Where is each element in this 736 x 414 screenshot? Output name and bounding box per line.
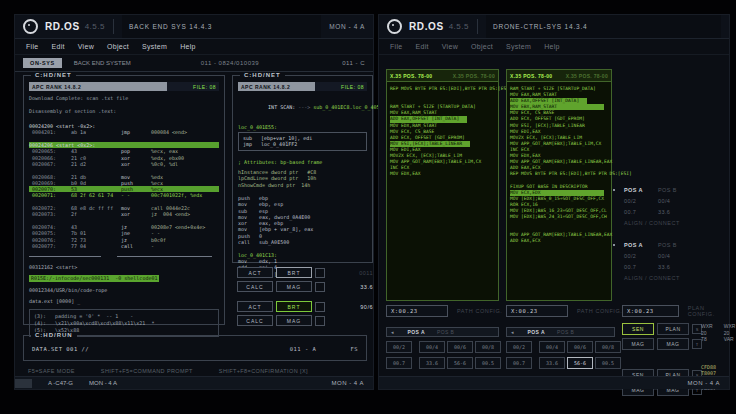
align-connect-link[interactable]: ALIGN / CONNECT	[624, 220, 724, 226]
mag-button[interactable]: MAG	[657, 338, 689, 350]
path-input[interactable]: X:00.23	[506, 305, 568, 317]
asm-opcode: call	[121, 243, 151, 249]
align-connect-link[interactable]: ALIGN / CONNECT	[624, 275, 724, 281]
value-cell[interactable]: 33.6	[539, 357, 565, 369]
checkbox[interactable]	[315, 268, 325, 278]
value-cell[interactable]: 33.6	[419, 357, 445, 369]
value-cell[interactable]: 00.5	[475, 357, 501, 369]
pos-title-dim: X.35 POS. 78-00	[566, 73, 608, 79]
plan-input[interactable]: X:00.23	[622, 305, 679, 317]
run-fs-label: FS	[350, 346, 358, 352]
menu-item[interactable]: Help	[180, 43, 196, 50]
brt-button-active[interactable]: BRT	[276, 301, 312, 312]
pos-a-value2: 00.7	[624, 264, 658, 270]
mag-button[interactable]: MAG	[622, 338, 654, 350]
value-cell[interactable]: 00/2	[386, 341, 412, 353]
control-group-2: ACT BRT 90/6 CALC MAG	[237, 301, 373, 326]
monitor-label-right: MON - 4 A	[331, 380, 364, 386]
pos-b-value: 00/4	[658, 198, 692, 204]
value-cell[interactable]: 00/6	[447, 341, 473, 353]
value-cell[interactable]: 00.5	[595, 357, 621, 369]
dataset-label[interactable]: DATA.SET 001 //	[32, 346, 89, 352]
brt-button[interactable]: BRT	[276, 267, 312, 278]
asm-row[interactable]: 0020077: 77 04 call -	[29, 243, 219, 249]
grid-row-bottom: 00.733.656-600.5	[386, 357, 499, 369]
app-brand: RD.OS	[409, 21, 444, 32]
checkbox[interactable]	[315, 282, 325, 292]
calc-button[interactable]: CALC	[237, 281, 273, 292]
code-panel-2: X.35 POS. 78-00 X.35 POS. 78-00 RAM_STAR…	[506, 69, 612, 301]
menu-item[interactable]: View	[78, 43, 94, 50]
code-body: RAM_START + SIZE [STARTUP_DATA]MOV EAX,R…	[507, 82, 611, 248]
panel-hd-net-right: C:HD/NET APC RANK 14.8.2 FILE: 08 INT SC…	[232, 75, 373, 263]
asm-operand: -	[151, 243, 219, 249]
code-panel-1: X.35 POS. 78-00 X.35 POS. 78-00 REP MOVS…	[386, 69, 499, 301]
value-cell[interactable]: 00/2	[506, 341, 532, 353]
plan-button[interactable]: PLAN	[657, 323, 689, 335]
value-cell[interactable]: 00/4	[539, 341, 565, 353]
path-input[interactable]: X:00.23	[386, 305, 448, 317]
rank-label: APC RANK 14.8.2	[238, 82, 315, 91]
calc-button[interactable]: CALC	[237, 315, 273, 326]
panel-legend: C:HD/NET	[31, 72, 76, 78]
window-drone-ctrl-sys: RD.OS 4.5.5 DRONE-CTRL-SYS 14.3.4 FileEd…	[378, 14, 730, 390]
int-scan-line: INT SCAN: ---> sub_0_401EC8.loc_0_405 _	[238, 98, 367, 117]
plan-config-label: PLAN CONFIG.	[688, 305, 729, 317]
pos-block: POS A POS B 00/2 00/4 00.7 33.6 ALIGN / …	[624, 242, 724, 281]
act-button[interactable]: ACT	[237, 301, 273, 312]
menu-item[interactable]: System	[506, 43, 531, 50]
menu-item[interactable]: File	[26, 43, 38, 50]
arrow-left-icon: ◂	[511, 329, 514, 335]
tab-on-sys[interactable]: ON-SYS	[23, 58, 62, 68]
titlebar[interactable]: RD.OS 4.5.5 BACK END SYS 14.4.3 MON - 4 …	[15, 15, 373, 39]
terminal-line: R015E:/-infocode/sec000131 -0 shellcode0…	[29, 275, 159, 281]
shellcode-line: (3): padding = '0' * -- 1 -	[34, 313, 214, 320]
mag-button[interactable]: MAG	[276, 315, 312, 326]
value-cell[interactable]: 00.7	[386, 357, 412, 369]
value-cell[interactable]: 56-6	[447, 357, 473, 369]
menu-item[interactable]: Help	[544, 43, 560, 50]
pos-b-label: POS B	[658, 242, 692, 248]
value-cell[interactable]: 00/4	[419, 341, 445, 353]
gear-icon	[387, 19, 402, 34]
pos-b-value2: 33.6	[658, 264, 692, 270]
value-cell[interactable]: 00/8	[475, 341, 501, 353]
path-config-label: PATH CONFIG.	[577, 308, 623, 314]
asm-bytes: 77 04	[71, 243, 121, 249]
value-cell[interactable]: 00/6	[567, 341, 593, 353]
pos-grid-header[interactable]: ◂ POS A POS B	[386, 327, 499, 337]
hotkey-hint: F5=SAFE MODE	[28, 368, 75, 374]
menu-item[interactable]: Edit	[415, 43, 428, 50]
bullet-icon	[613, 244, 615, 246]
pos-title-dim: X.35 POS. 78-00	[453, 73, 495, 79]
titlebar[interactable]: RD.OS 4.5.5 DRONE-CTRL-SYS 14.3.4	[379, 15, 729, 39]
titlebar-divider	[477, 19, 478, 34]
panel-legend: C:HD/RUN	[31, 332, 77, 338]
menu-item[interactable]: System	[142, 43, 167, 50]
pos-a-label: POS A	[408, 329, 425, 335]
menu-item[interactable]: Edit	[51, 43, 64, 50]
wxr-line: VAR	[724, 336, 736, 343]
pos-title: X.35 POS. 78-00	[510, 73, 552, 79]
value-cell[interactable]: 56-6	[567, 357, 593, 369]
checkbox[interactable]	[315, 302, 325, 312]
act-button[interactable]: ACT	[237, 267, 273, 278]
menu-item[interactable]: File	[390, 43, 402, 50]
app-brand: RD.OS	[45, 21, 80, 32]
menu-item[interactable]: Object	[471, 43, 493, 50]
tab-bar: ON-SYS BACK END SYSTEM 011 - 0824/010039…	[15, 55, 373, 72]
bullet-icon	[613, 189, 615, 191]
menu-item[interactable]: View	[442, 43, 458, 50]
code-panel-header[interactable]: X.35 POS. 78-00 X.35 POS. 78-00	[507, 70, 611, 82]
instruction-box[interactable]: sub [ebp+var_10], edijmp loc_0_401FF2	[238, 132, 367, 151]
value-cell[interactable]: 00/8	[595, 341, 621, 353]
menu-item[interactable]: Object	[107, 43, 129, 50]
value-cell[interactable]: 00.7	[506, 357, 532, 369]
sen-button[interactable]: SEN	[622, 323, 654, 335]
mag-button[interactable]: MAG	[276, 281, 312, 292]
gear-icon	[23, 19, 38, 34]
code-panel-header[interactable]: X.35 POS. 78-00 X.35 POS. 78-00	[387, 70, 498, 82]
pos-grid-header[interactable]: ◂ POS A POS B	[506, 327, 615, 337]
checkbox[interactable]	[315, 316, 325, 326]
pos-a-label: POS A	[528, 329, 545, 335]
